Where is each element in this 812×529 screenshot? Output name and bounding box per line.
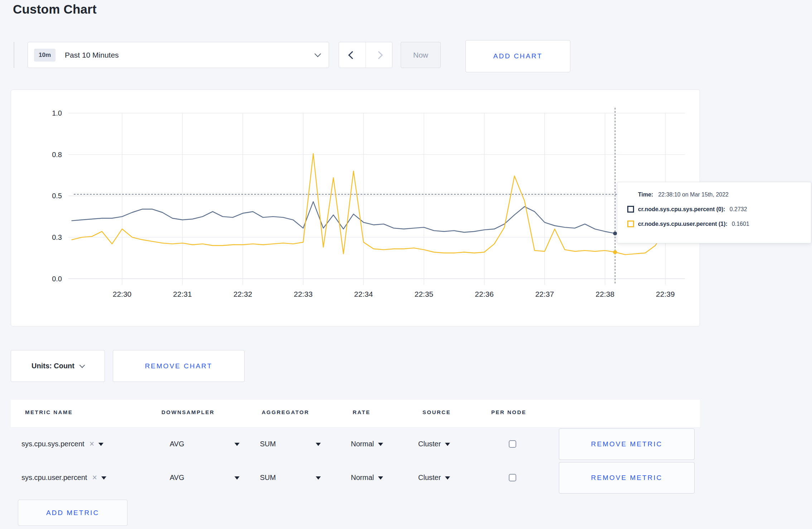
metric-name-select[interactable]: sys.cpu.user.percent × [21, 461, 106, 494]
caret-down-icon [445, 443, 450, 446]
remove-chart-button[interactable]: REMOVE CHART [113, 350, 245, 382]
x-axis-tick-label: 22:33 [294, 290, 313, 298]
metric-row: sys.cpu.sys.percent × AVG SUM Normal Clu… [11, 427, 700, 461]
tooltip-series-label: cr.node.sys.cpu.user.percent (1): [638, 221, 728, 227]
source-select[interactable]: Cluster [418, 461, 450, 494]
chevron-down-icon [314, 50, 321, 57]
hover-point-dot [613, 232, 617, 236]
chevron-right-icon [375, 51, 383, 59]
remove-metric-button[interactable]: REMOVE METRIC [559, 428, 695, 460]
now-button[interactable]: Now [401, 42, 441, 68]
caret-down-icon [378, 476, 383, 480]
tooltip-series-value: 0.1601 [732, 221, 749, 227]
x-axis-tick-label: 22:32 [233, 290, 252, 298]
column-header-per-node: PER NODE [491, 409, 526, 415]
caret-down-icon [235, 443, 240, 446]
tooltip-series-value: 0.2732 [730, 206, 747, 213]
tooltip-time-row: Time: 22:38:10 on Mar 15th, 2022 [638, 191, 811, 198]
downsampler-select[interactable]: AVG [170, 427, 240, 461]
prev-range-button[interactable] [339, 42, 366, 68]
x-axis-tick-label: 22:35 [415, 290, 434, 298]
units-dropdown[interactable]: Units: Count [11, 350, 105, 382]
remove-tag-icon[interactable]: × [90, 440, 94, 448]
tooltip-time-label: Time: [638, 191, 653, 198]
per-node-checkbox[interactable] [509, 474, 516, 481]
column-header-downsampler: DOWNSAMPLER [161, 409, 214, 415]
caret-down-icon [445, 476, 450, 480]
per-node-cell [509, 461, 516, 494]
x-axis-tick-label: 22:31 [173, 290, 192, 298]
units-label: Units: Count [32, 362, 74, 370]
chevron-left-icon [348, 51, 356, 59]
x-axis-tick-label: 22:30 [113, 290, 132, 298]
per-node-cell [509, 427, 516, 461]
caret-down-icon [378, 443, 383, 446]
add-metric-button[interactable]: ADD METRIC [18, 500, 127, 526]
x-axis-tick-label: 22:36 [475, 290, 494, 298]
tooltip-series-row: cr.node.sys.cpu.sys.percent (0): 0.2732 [627, 206, 811, 213]
caret-down-icon [98, 443, 103, 446]
time-window-label: Past 10 Minutes [65, 51, 119, 59]
rate-select[interactable]: Normal [351, 427, 383, 461]
tooltip-time-value: 22:38:10 on Mar 15th, 2022 [658, 191, 729, 198]
time-window-badge: 10m [34, 49, 55, 62]
source-select[interactable]: Cluster [418, 427, 450, 461]
series-line-0 [72, 202, 686, 234]
series-color-swatch-icon [627, 220, 634, 227]
time-window-dropdown[interactable]: 10m Past 10 Minutes [28, 42, 329, 68]
metrics-table-header: METRIC NAME DOWNSAMPLER AGGREGATOR RATE … [11, 400, 700, 427]
next-range-button[interactable] [366, 42, 392, 68]
tooltip-series-row: cr.node.sys.cpu.user.percent (1): 0.1601 [627, 220, 811, 227]
column-header-metric-name: METRIC NAME [25, 409, 73, 415]
chart-plot-area[interactable]: 0.00.30.50.81.022:3022:3122:3222:3322:34… [11, 90, 700, 326]
x-axis-tick-label: 22:37 [535, 290, 554, 298]
chart-card: 0.00.30.50.81.022:3022:3122:3222:3322:34… [11, 89, 700, 326]
custom-chart-page: Custom Chart 10m Past 10 Minutes Now ADD… [0, 0, 812, 529]
tooltip-series-label: cr.node.sys.cpu.sys.percent (0): [638, 206, 725, 213]
y-axis-tick-label: 0.5 [52, 192, 62, 200]
aggregator-select[interactable]: SUM [260, 461, 321, 494]
series-color-swatch-icon [627, 206, 634, 213]
remove-metric-button[interactable]: REMOVE METRIC [559, 462, 695, 494]
caret-down-icon [316, 443, 321, 446]
hover-point-dot [613, 250, 617, 254]
metric-row: sys.cpu.user.percent × AVG SUM Normal Cl… [11, 461, 700, 494]
time-range-arrows [339, 42, 392, 68]
y-axis-tick-label: 0.8 [52, 151, 62, 159]
column-header-rate: RATE [353, 409, 371, 415]
column-header-source: SOURCE [422, 409, 451, 415]
x-axis-tick-label: 22:39 [656, 290, 675, 298]
y-axis-tick-label: 0.3 [52, 233, 62, 241]
remove-tag-icon[interactable]: × [92, 474, 97, 482]
caret-down-icon [101, 476, 106, 480]
y-axis-tick-label: 0.0 [52, 275, 62, 283]
add-chart-button[interactable]: ADD CHART [465, 40, 570, 72]
caret-down-icon [235, 476, 240, 480]
x-axis-tick-label: 22:38 [596, 290, 615, 298]
rate-select[interactable]: Normal [351, 461, 383, 494]
chevron-down-icon [79, 363, 85, 368]
column-header-aggregator: AGGREGATOR [262, 409, 309, 415]
aggregator-select[interactable]: SUM [260, 427, 321, 461]
series-line-1 [72, 154, 686, 254]
downsampler-select[interactable]: AVG [170, 461, 240, 494]
x-axis-tick-label: 22:34 [354, 290, 373, 298]
chart-hover-tooltip: Time: 22:38:10 on Mar 15th, 2022 cr.node… [617, 182, 811, 243]
caret-down-icon [316, 476, 321, 480]
metric-name-select[interactable]: sys.cpu.sys.percent × [21, 427, 103, 461]
per-node-checkbox[interactable] [509, 440, 516, 448]
toolbar-divider [14, 42, 14, 68]
y-axis-tick-label: 1.0 [52, 109, 62, 117]
page-title: Custom Chart [13, 2, 97, 16]
